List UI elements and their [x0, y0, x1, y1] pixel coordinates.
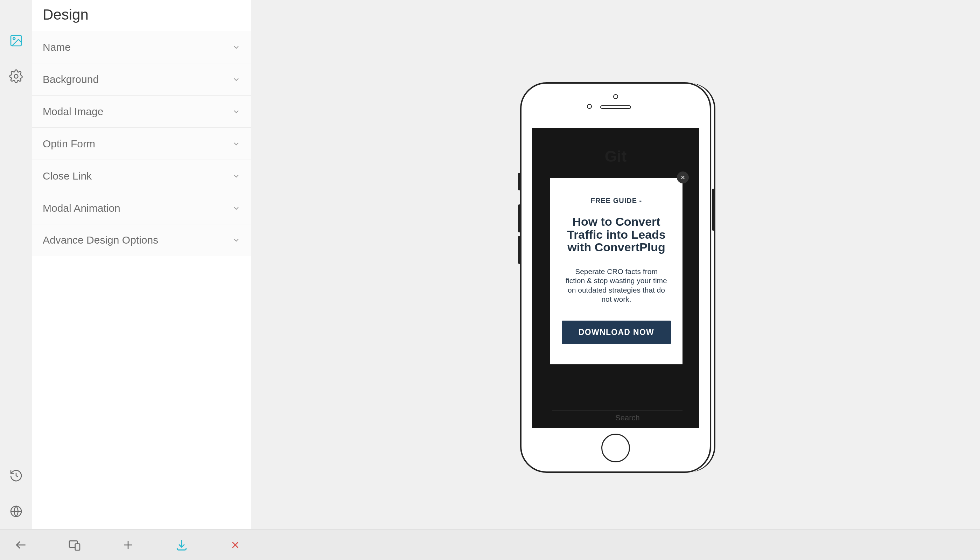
accordion-name[interactable]: Name: [32, 31, 251, 63]
close-editor-button[interactable]: [227, 537, 243, 553]
chevron-down-icon: [232, 236, 240, 244]
left-icon-rail: [0, 0, 32, 529]
save-download-button[interactable]: [173, 537, 190, 553]
close-icon: [680, 174, 686, 181]
chevron-down-icon: [232, 75, 240, 83]
phone-speaker-icon: [600, 105, 631, 109]
accordion-label: Advance Design Options: [43, 234, 158, 246]
phone-camera-icon: [587, 104, 592, 109]
modal-subtext[interactable]: Seperate CRO facts from fiction & stop w…: [561, 267, 672, 304]
chevron-down-icon: [232, 204, 240, 212]
search-placeholder: Search: [615, 413, 640, 422]
modal-close-button[interactable]: [677, 172, 689, 183]
svg-point-2: [14, 75, 18, 78]
accordion-label: Name: [43, 41, 71, 53]
phone-mute-switch-icon: [518, 173, 521, 190]
accordion-advance-design[interactable]: Advance Design Options: [32, 224, 251, 256]
svg-point-1: [13, 37, 15, 40]
phone-screen: Git FREE GUIDE - How to Convert Traffic …: [532, 128, 699, 428]
phone-home-button-icon: [601, 433, 630, 462]
accordion-label: Modal Animation: [43, 202, 120, 214]
modal-cta-button[interactable]: DOWNLOAD NOW: [562, 321, 671, 344]
chevron-down-icon: [232, 172, 240, 180]
phone-sensor-icon: [613, 94, 618, 99]
modal-preview[interactable]: FREE GUIDE - How to Convert Traffic into…: [550, 178, 682, 364]
accordion-label: Optin Form: [43, 138, 95, 150]
chevron-down-icon: [232, 107, 240, 116]
accordion-optin-form[interactable]: Optin Form: [32, 127, 251, 160]
bottom-toolbar: [0, 529, 980, 560]
phone-volume-down-icon: [518, 236, 521, 264]
svg-rect-8: [75, 543, 80, 550]
phone-power-button-icon: [712, 188, 715, 231]
accordion-label: Background: [43, 73, 99, 85]
back-button[interactable]: [13, 537, 29, 553]
page-bg-title: Git: [532, 147, 699, 165]
modal-heading[interactable]: How to Convert Traffic into Leads with C…: [561, 215, 672, 254]
accordion-modal-image[interactable]: Modal Image: [32, 95, 251, 127]
screen-search-bar[interactable]: Search: [552, 410, 682, 425]
design-tab-icon[interactable]: [9, 33, 23, 48]
history-icon[interactable]: [9, 468, 23, 483]
phone-volume-up-icon: [518, 204, 521, 232]
device-preview-button[interactable]: [66, 537, 83, 553]
accordion-background[interactable]: Background: [32, 63, 251, 95]
accordion-label: Close Link: [43, 170, 92, 182]
settings-tab-icon[interactable]: [9, 69, 23, 83]
accordion-close-link[interactable]: Close Link: [32, 160, 251, 192]
phone-mockup: Git FREE GUIDE - How to Convert Traffic …: [520, 82, 711, 473]
accordion-modal-animation[interactable]: Modal Animation: [32, 192, 251, 224]
modal-eyebrow[interactable]: FREE GUIDE -: [561, 197, 672, 205]
design-sidebar: Design Name Background Modal Image Optin…: [32, 0, 251, 529]
globe-icon[interactable]: [9, 504, 23, 519]
sidebar-title: Design: [32, 0, 251, 31]
chevron-down-icon: [232, 43, 240, 52]
preview-canvas: Git FREE GUIDE - How to Convert Traffic …: [251, 0, 980, 529]
accordion-label: Modal Image: [43, 106, 103, 118]
chevron-down-icon: [232, 140, 240, 148]
add-button[interactable]: [120, 537, 137, 553]
